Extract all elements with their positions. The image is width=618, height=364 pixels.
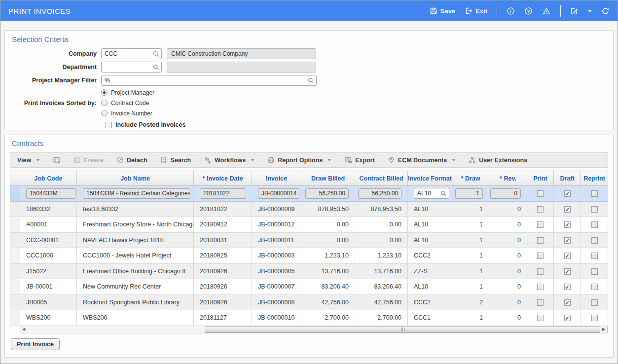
column-header[interactable]: Job Name (77, 171, 194, 186)
print-checkbox[interactable] (537, 190, 544, 197)
cell-draw[interactable]: 1 (452, 248, 489, 264)
save-button[interactable]: Save (430, 7, 455, 15)
contract-row[interactable]: 1504433M1504433M - Restrict Certain Cate… (10, 186, 608, 202)
cell-draw-input[interactable]: 1 (455, 188, 483, 199)
row-selector[interactable] (10, 248, 20, 264)
reprint-checkbox[interactable] (591, 253, 598, 259)
cell-job-code[interactable]: J15022 (20, 263, 77, 279)
cell-draw[interactable]: 2 (452, 294, 489, 310)
cell-rev[interactable]: 0 (489, 263, 527, 279)
cell-job-name[interactable]: test18.60332 (77, 201, 194, 217)
scrollbar-track[interactable] (27, 326, 600, 333)
column-header[interactable]: Contract Billed (355, 171, 408, 186)
cell-invoice-format[interactable]: ZZ-S (408, 263, 452, 279)
cell-job-code[interactable]: WBS200 (20, 310, 77, 326)
row-selector[interactable] (10, 217, 20, 233)
cell-invoice-date[interactable]: 20180925 (194, 248, 252, 264)
cell-draw-billed-input[interactable]: 56,250.00 (305, 188, 349, 199)
pm-filter-search-icon[interactable] (308, 77, 314, 84)
user-extensions-button[interactable]: User Extensions (462, 156, 534, 164)
contract-row[interactable]: CCC-00001NAVFAC Hawaii Project 181020180… (10, 232, 608, 248)
ecm-documents-button[interactable]: ECM Documents (381, 156, 462, 164)
scroll-right-button[interactable]: ▶ (600, 326, 607, 333)
radio-project-manager[interactable]: Project Manager (101, 88, 154, 97)
print-checkbox[interactable] (537, 299, 544, 306)
refresh-icon[interactable] (601, 7, 610, 15)
cell-invoice-date[interactable]: 20180926 (194, 294, 252, 310)
cell-invoice[interactable]: JB-00000003 (252, 248, 301, 264)
print-checkbox[interactable] (537, 237, 544, 244)
reprint-checkbox[interactable] (591, 206, 598, 213)
cell-job-name-input[interactable]: 1504433M - Restrict Certain Categories i… (83, 188, 190, 199)
cell-draw-billed[interactable]: 1,223.10 (301, 248, 355, 264)
exit-button[interactable]: Exit (465, 7, 487, 15)
reprint-checkbox[interactable] (591, 284, 598, 290)
radio-contract-code[interactable]: Contract Code (101, 99, 154, 107)
cell-contract-billed[interactable]: 42,756.00 (355, 294, 408, 310)
cell-job-code[interactable]: 1860332 (20, 201, 77, 217)
row-selector[interactable] (10, 310, 20, 326)
cell-invoice[interactable]: JB-00000008 (252, 294, 301, 310)
reprint-checkbox[interactable] (591, 299, 598, 306)
contract-row[interactable]: WBS200WBS20020181127JB-000000102,700.002… (10, 310, 608, 326)
cell-invoice-date[interactable]: 20181022 (194, 201, 252, 217)
cell-rev[interactable]: 0 (489, 248, 527, 264)
draft-checkbox[interactable]: ✓ (564, 299, 571, 306)
cell-rev[interactable]: 0 (489, 217, 527, 233)
reprint-checkbox[interactable] (591, 221, 598, 228)
cell-contract-billed[interactable]: 1,223.10 (355, 248, 408, 264)
freeze-button[interactable]: Freeze (67, 156, 110, 164)
detach-button[interactable]: Detach (110, 156, 154, 164)
cell-draw-billed[interactable]: 0.00 (301, 232, 355, 248)
cell-job-code[interactable]: A00001 (20, 217, 77, 233)
cell-invoice-format[interactable]: AL10 (408, 186, 452, 202)
company-search-icon[interactable] (153, 51, 159, 57)
draft-checkbox[interactable]: ✓ (564, 268, 571, 275)
column-header[interactable]: * Invoice Date (194, 171, 252, 186)
cell-contract-billed[interactable]: 13,716.00 (355, 263, 408, 279)
view-button[interactable]: View (16, 157, 46, 164)
workflows-button[interactable]: Workflows (197, 156, 261, 164)
column-header[interactable]: Draft (554, 171, 581, 186)
contract-row[interactable]: A00001Freshmart Grocery Store - North Ch… (10, 217, 608, 233)
draft-checkbox[interactable]: ✓ (564, 190, 571, 197)
cell-invoice-format[interactable]: AL10 (408, 201, 452, 217)
cell-job-code[interactable]: JB0005 (20, 294, 77, 310)
draft-checkbox[interactable]: ✓ (564, 284, 571, 290)
cell-draw[interactable]: 1 (452, 310, 489, 326)
cell-draw[interactable]: 1 (452, 186, 489, 202)
row-selector[interactable] (10, 294, 20, 310)
cell-contract-billed[interactable]: 56,250.00 (355, 186, 408, 202)
cell-invoice-input[interactable]: JB-00000014 (258, 188, 299, 199)
cell-invoice[interactable]: JB-00000010 (252, 310, 301, 326)
print-checkbox[interactable] (537, 284, 544, 290)
search-button[interactable]: Search (154, 156, 198, 164)
cell-draw[interactable]: 1 (452, 279, 489, 295)
scroll-left-button[interactable]: ◀ (20, 326, 27, 333)
cell-invoice[interactable]: JB-00000011 (252, 232, 301, 248)
cell-contract-billed[interactable]: 0.00 (355, 232, 408, 248)
cell-job-name[interactable]: New Community Rec Center (77, 279, 194, 295)
department-input[interactable] (102, 64, 153, 71)
cell-job-code[interactable]: 1504433M (20, 186, 77, 202)
draft-checkbox[interactable]: ✓ (564, 253, 571, 259)
cell-job-code[interactable]: CCC1000 (20, 248, 77, 264)
column-header[interactable]: * Rev. (489, 171, 527, 186)
cell-contract-billed[interactable]: 0.00 (355, 217, 408, 233)
radio-invoice-number[interactable]: Invoice Number (101, 109, 154, 117)
draft-checkbox[interactable]: ✓ (564, 206, 571, 213)
row-selector[interactable] (10, 263, 20, 279)
cell-draw-billed[interactable]: 2,700.00 (301, 310, 355, 326)
column-header[interactable]: Invoice (252, 171, 301, 186)
contract-row[interactable]: JB0005Rockford Springbank Public Library… (10, 294, 608, 310)
cell-invoice[interactable]: JB-00000005 (252, 263, 301, 279)
cell-rev[interactable]: 0 (489, 279, 527, 295)
cell-invoice-date[interactable]: 20181022 (194, 186, 252, 202)
edit-dropdown-arrow-icon[interactable] (588, 10, 592, 12)
cell-draw-billed[interactable]: 13,716.00 (301, 263, 355, 279)
company-input[interactable] (102, 50, 153, 57)
cell-rev-input[interactable]: 0 (490, 188, 521, 199)
cell-invoice-format[interactable]: CCC2 (408, 294, 452, 310)
cell-invoice-format[interactable]: AL10 (408, 217, 452, 233)
print-checkbox[interactable] (537, 206, 544, 213)
